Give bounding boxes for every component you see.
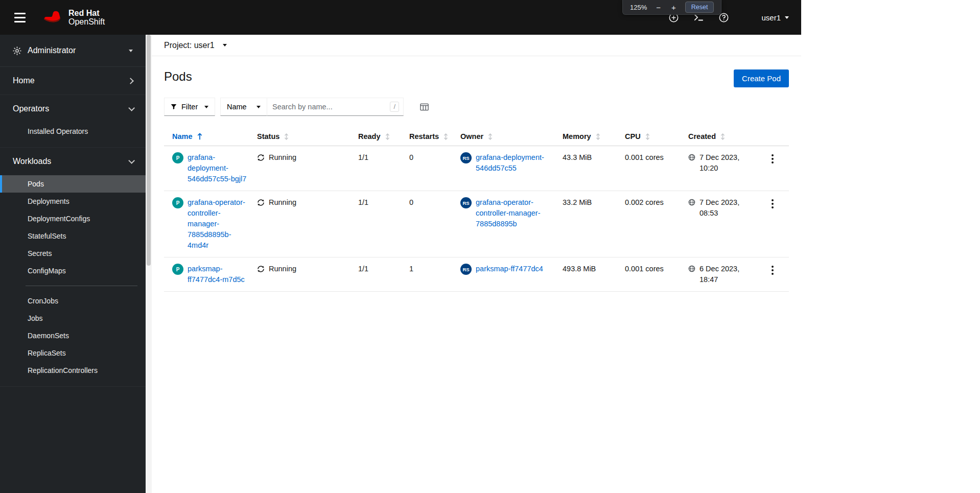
sidebar-item-deploymentconfigs[interactable]: DeploymentConfigs: [0, 210, 146, 227]
chevron-right-icon: [127, 78, 134, 84]
column-management-icon[interactable]: [420, 103, 429, 111]
col-header-status[interactable]: Status: [257, 132, 289, 140]
pod-name-link[interactable]: parksmap-ff7477dc4-m7d5c: [188, 264, 251, 285]
sidebar-item-home[interactable]: Home: [0, 67, 146, 95]
pod-ready: 1/1: [358, 146, 409, 191]
help-question-icon[interactable]: [719, 13, 729, 22]
row-actions-kebab[interactable]: [767, 197, 778, 210]
pod-restarts: 0: [409, 191, 460, 257]
sidebar-item-jobs[interactable]: Jobs: [0, 310, 146, 327]
created-date: 7 Dec 2023,: [699, 152, 739, 163]
project-selector[interactable]: Project: user1: [152, 35, 801, 56]
sidebar-scrollbar: [146, 35, 152, 493]
nav-divider: [26, 286, 137, 286]
redhat-openshift-logo[interactable]: Red Hat OpenShift: [41, 9, 105, 26]
pod-cpu: 0.002 cores: [625, 191, 688, 257]
app-body: Administrator Home Operators: [0, 35, 801, 493]
perspective-switcher[interactable]: Administrator: [0, 35, 146, 67]
pod-memory: 493.8 MiB: [563, 257, 625, 292]
list-item: Jobs: [0, 310, 146, 327]
list-item: ConfigMaps: [0, 262, 146, 279]
sort-icon: [284, 133, 289, 140]
pod-badge: P: [172, 264, 183, 275]
pod-row: P parksmap-ff7477dc4-m7d5c: [164, 257, 789, 292]
pod-badge: P: [172, 197, 183, 208]
row-actions-kebab[interactable]: [767, 264, 778, 277]
nav-group-operators: Operators Installed Operators: [0, 95, 146, 148]
sidebar-item-replicationcontrollers[interactable]: ReplicationControllers: [0, 362, 146, 379]
table-header-row: Name Status: [164, 127, 789, 146]
caret-down-icon: [256, 106, 261, 108]
sidebar-item-configmaps[interactable]: ConfigMaps: [0, 262, 146, 279]
project-selector-label: Project: user1: [164, 41, 215, 50]
zoom-out-button[interactable]: −: [655, 4, 662, 11]
list-item: ReplicationControllers: [0, 362, 146, 379]
filter-dropdown-label: Filter: [181, 103, 198, 111]
col-header-memory[interactable]: Memory: [563, 132, 600, 140]
list-item: DeploymentConfigs: [0, 210, 146, 227]
user-menu-label: user1: [761, 13, 781, 22]
pod-restarts: 1: [409, 257, 460, 292]
sidebar-item-operators[interactable]: Operators: [0, 95, 146, 123]
pod-memory: 33.2 MiB: [563, 191, 625, 257]
search-input[interactable]: [267, 98, 404, 116]
sort-ascending-icon: [197, 133, 202, 140]
redhat-fedora-icon: [41, 9, 63, 26]
gear-icon: [13, 46, 21, 55]
sort-icon: [645, 133, 650, 140]
list-item: Deployments: [0, 193, 146, 210]
openshift-console-window: Red Hat OpenShift user1: [0, 0, 801, 493]
owner-link[interactable]: grafana-operator-controller-manager-7885…: [476, 197, 556, 229]
pod-ready: 1/1: [358, 191, 409, 257]
sort-icon: [385, 133, 390, 140]
list-item: DaemonSets: [0, 327, 146, 344]
col-header-name[interactable]: Name: [172, 132, 202, 140]
pod-name-link[interactable]: grafana-deployment-546dd57c55-bgjl7: [188, 152, 251, 184]
running-sync-icon: [257, 199, 265, 206]
list-item: CronJobs: [0, 292, 146, 310]
search-shortcut-hint: /: [390, 102, 399, 112]
list-item: Secrets: [0, 245, 146, 262]
pod-name-link[interactable]: grafana-operator-controller-manager-7885…: [188, 197, 251, 251]
col-header-restarts[interactable]: Restarts: [409, 132, 448, 140]
sidebar-item-replicasets[interactable]: ReplicaSets: [0, 344, 146, 362]
sidebar-item-daemonsets[interactable]: DaemonSets: [0, 327, 146, 344]
page-title: Pods: [164, 69, 192, 84]
owner-link[interactable]: parksmap-ff7477dc4: [476, 264, 543, 274]
nav-group-home: Home: [0, 67, 146, 95]
pod-row: P grafana-deployment-546dd57c55-bgjl7: [164, 146, 789, 191]
row-actions-kebab[interactable]: [767, 152, 778, 166]
col-header-owner[interactable]: Owner: [460, 132, 493, 140]
sidebar-item-workloads[interactable]: Workloads: [0, 148, 146, 175]
sidebar-item-statefulsets[interactable]: StatefulSets: [0, 227, 146, 245]
sort-icon: [444, 133, 448, 140]
search-attribute-dropdown[interactable]: Name: [220, 98, 267, 116]
running-sync-icon: [257, 154, 265, 161]
col-header-ready[interactable]: Ready: [358, 132, 390, 140]
sidebar-item-secrets[interactable]: Secrets: [0, 245, 146, 262]
owner-link[interactable]: grafana-deployment-546dd57c55: [476, 152, 556, 174]
browser-zoom-popup: 125% − + Reset: [622, 0, 721, 15]
sidebar-item-pods[interactable]: Pods: [0, 175, 146, 193]
col-header-cpu[interactable]: CPU: [625, 132, 650, 140]
filter-dropdown[interactable]: Filter: [164, 98, 215, 116]
pod-status: Running: [269, 152, 296, 163]
create-pod-button[interactable]: Create Pod: [734, 69, 789, 87]
caret-down-icon: [129, 50, 133, 52]
zoom-in-button[interactable]: +: [670, 4, 678, 11]
created-time: 08:53: [699, 208, 739, 219]
screen: Red Hat OpenShift user1: [0, 0, 980, 493]
sidebar-item-deployments[interactable]: Deployments: [0, 193, 146, 210]
list-toolbar: Filter Name /: [152, 87, 801, 116]
sidebar-item-installed-operators[interactable]: Installed Operators: [0, 123, 146, 140]
sidebar-item-cronjobs[interactable]: CronJobs: [0, 292, 146, 310]
zoom-reset-button[interactable]: Reset: [685, 2, 714, 13]
pod-status: Running: [269, 264, 296, 274]
sidebar-scrollbar-thumb[interactable]: [147, 35, 151, 266]
col-header-created[interactable]: Created: [688, 132, 725, 140]
pod-ready: 1/1: [358, 257, 409, 292]
nav-toggle-button[interactable]: [12, 10, 28, 26]
nav-group-workloads: Workloads Pods Deployments DeploymentCon…: [0, 148, 146, 387]
user-menu[interactable]: user1: [761, 13, 789, 22]
running-sync-icon: [257, 265, 265, 273]
